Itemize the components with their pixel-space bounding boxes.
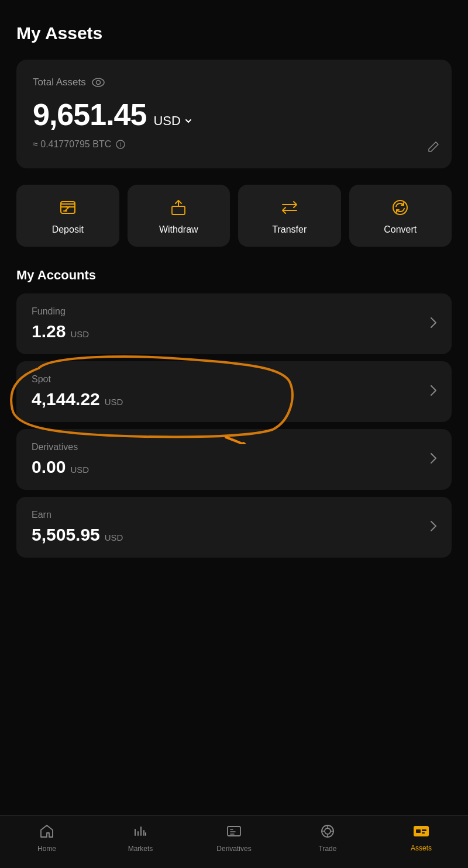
edit-icon[interactable]	[427, 140, 440, 157]
funding-info: Funding 1.28 USD	[32, 306, 89, 341]
trade-icon	[320, 824, 335, 841]
svg-rect-13	[422, 829, 426, 831]
funding-name: Funding	[32, 306, 89, 317]
assets-btc-row: ≈ 0.41770795 BTC i	[33, 139, 435, 150]
withdraw-icon	[168, 198, 188, 217]
spot-info: Spot 4,144.22 USD	[32, 374, 123, 409]
nav-item-assets[interactable]: Assets	[398, 824, 445, 852]
spot-amount-row: 4,144.22 USD	[32, 389, 123, 409]
assets-currency[interactable]: USD	[153, 113, 192, 129]
assets-nav-label: Assets	[411, 844, 432, 852]
spot-amount: 4,144.22	[32, 389, 100, 409]
page-title: My Assets	[16, 23, 452, 43]
earn-amount: 5,505.95	[32, 525, 100, 545]
transfer-button[interactable]: Transfer	[238, 185, 341, 247]
svg-point-10	[325, 828, 331, 834]
derivatives-info: Derivatives 0.00 USD	[32, 442, 89, 477]
svg-point-1	[96, 81, 100, 85]
nav-item-trade[interactable]: Trade	[304, 824, 351, 853]
convert-icon	[390, 198, 410, 217]
svg-text:i: i	[120, 141, 121, 148]
accounts-list: Funding 1.28 USD	[16, 293, 452, 558]
derivatives-amount-row: 0.00 USD	[32, 457, 89, 477]
svg-rect-14	[422, 832, 425, 834]
earn-amount-row: 5,505.95 USD	[32, 525, 123, 545]
markets-label: Markets	[128, 845, 153, 853]
svg-rect-5	[61, 204, 75, 207]
derivatives-amount: 0.00	[32, 457, 66, 477]
convert-button[interactable]: Convert	[349, 185, 452, 247]
action-buttons: Deposit Withdraw	[16, 185, 452, 247]
funding-amount: 1.28	[32, 321, 66, 341]
withdraw-button[interactable]: Withdraw	[128, 185, 230, 247]
earn-name: Earn	[32, 510, 123, 520]
nav-item-home[interactable]: Home	[23, 824, 70, 853]
account-card-derivatives[interactable]: Derivatives 0.00 USD	[16, 429, 452, 490]
assets-btc-value: ≈ 0.41770795 BTC	[33, 139, 111, 150]
earn-info: Earn 5,505.95 USD	[32, 510, 123, 545]
total-assets-card: Total Assets 9,651.45 USD	[16, 60, 452, 168]
trade-label: Trade	[319, 845, 337, 853]
derivatives-chevron	[431, 452, 436, 467]
home-icon	[39, 824, 54, 841]
earn-chevron	[431, 520, 436, 535]
convert-label: Convert	[384, 224, 417, 235]
account-card-earn[interactable]: Earn 5,505.95 USD	[16, 497, 452, 558]
main-content: My Assets Total Assets 9,651.45 USD	[0, 0, 468, 815]
bottom-nav: Home Markets De	[0, 815, 468, 868]
svg-point-0	[92, 78, 104, 87]
assets-label-row: Total Assets	[33, 76, 435, 89]
nav-item-derivatives[interactable]: Derivatives	[211, 824, 257, 853]
assets-icon	[413, 824, 429, 841]
spot-chevron	[431, 384, 436, 399]
svg-rect-12	[416, 829, 421, 833]
svg-rect-11	[414, 826, 429, 836]
page-wrapper: My Assets Total Assets 9,651.45 USD	[0, 0, 468, 868]
earn-currency: USD	[105, 532, 123, 542]
accounts-section-title: My Accounts	[16, 268, 452, 283]
derivatives-nav-label: Derivatives	[216, 845, 251, 853]
spot-name: Spot	[32, 374, 123, 385]
deposit-icon	[58, 198, 78, 217]
funding-amount-row: 1.28 USD	[32, 321, 89, 341]
svg-point-7	[393, 200, 407, 215]
assets-amount: 9,651.45	[33, 97, 146, 132]
svg-rect-6	[172, 206, 185, 215]
home-label: Home	[37, 845, 56, 853]
derivatives-nav-icon	[226, 824, 242, 841]
account-card-funding[interactable]: Funding 1.28 USD	[16, 293, 452, 354]
assets-label: Total Assets	[33, 77, 86, 88]
spot-currency: USD	[105, 397, 123, 407]
deposit-button[interactable]: Deposit	[16, 185, 119, 247]
deposit-label: Deposit	[52, 224, 84, 235]
nav-item-markets[interactable]: Markets	[117, 824, 164, 853]
derivatives-currency: USD	[70, 465, 89, 475]
funding-currency: USD	[70, 329, 89, 339]
funding-chevron	[431, 316, 436, 331]
transfer-label: Transfer	[272, 224, 307, 235]
eye-icon[interactable]	[92, 76, 105, 89]
assets-amount-row: 9,651.45 USD	[33, 97, 435, 132]
withdraw-label: Withdraw	[159, 224, 198, 235]
account-card-spot[interactable]: Spot 4,144.22 USD	[16, 361, 452, 422]
derivatives-name: Derivatives	[32, 442, 89, 452]
transfer-icon	[280, 198, 300, 217]
markets-icon	[133, 824, 148, 841]
